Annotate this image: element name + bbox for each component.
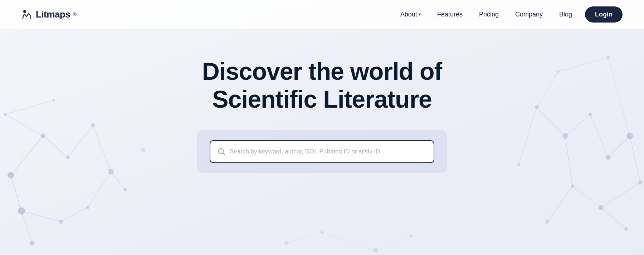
- hero-title-line2: Scientific Literature: [212, 85, 432, 113]
- nav-company[interactable]: Company: [509, 8, 549, 21]
- svg-line-61: [223, 153, 225, 155]
- hero-title: Discover the world of Scientific Literat…: [202, 57, 442, 113]
- nav-links: About ▾ Features Pricing Company Blog Lo…: [394, 6, 623, 23]
- hero-title-line1: Discover the world of: [202, 58, 442, 85]
- logo[interactable]: Litmaps®: [21, 9, 76, 20]
- nav-blog[interactable]: Blog: [553, 8, 579, 21]
- hero-section: Discover the world of Scientific Literat…: [0, 29, 644, 173]
- nav-features[interactable]: Features: [431, 8, 469, 21]
- logo-icon: [21, 9, 33, 20]
- nav-pricing[interactable]: Pricing: [473, 8, 505, 21]
- search-icon: [218, 148, 225, 156]
- logo-text: Litmaps: [36, 9, 70, 20]
- logo-registered: ®: [73, 12, 76, 17]
- svg-point-59: [23, 10, 26, 13]
- chevron-down-icon: ▾: [419, 12, 421, 17]
- search-container: [197, 130, 447, 173]
- search-box: [210, 140, 434, 163]
- login-button[interactable]: Login: [585, 6, 623, 23]
- navbar: Litmaps® About ▾ Features Pricing Compan…: [0, 0, 644, 29]
- search-input[interactable]: [230, 148, 426, 155]
- nav-about[interactable]: About ▾: [394, 8, 427, 21]
